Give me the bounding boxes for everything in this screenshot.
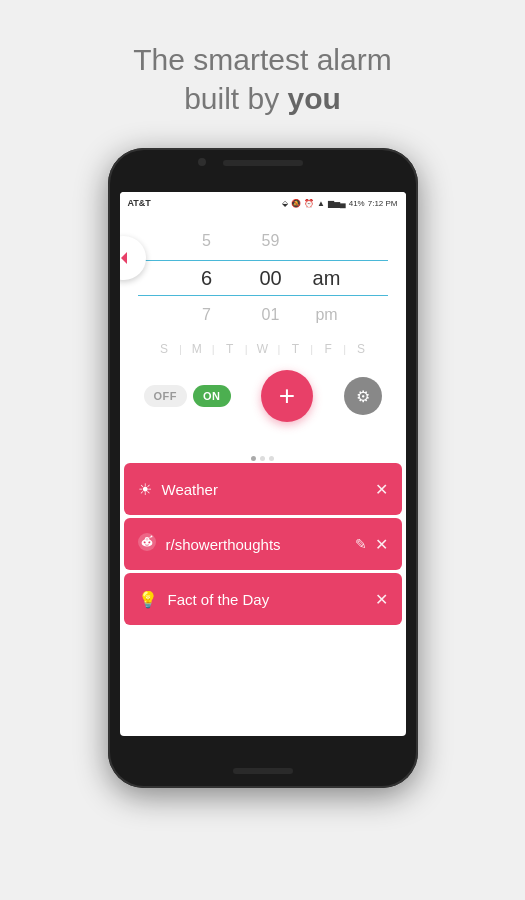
period-next: pm (303, 298, 351, 332)
time-selected-container: 6 00 am (120, 260, 406, 296)
period-selected[interactable]: am (303, 261, 351, 295)
battery-label: 41% (349, 199, 365, 208)
hour-next: 7 (175, 298, 239, 332)
controls-row: OFF ON + ⚙ (120, 362, 406, 438)
status-bar: AT&T ⬙ 🔕 ⏰ ▲ ▆▅▄ 41% 7:12 PM (120, 192, 406, 214)
phone-screen: AT&T ⬙ 🔕 ⏰ ▲ ▆▅▄ 41% 7:12 PM (120, 192, 406, 736)
day-fri[interactable]: F (313, 342, 343, 356)
min-next-val: 01 (262, 298, 280, 332)
toggle-group[interactable]: OFF ON (144, 385, 231, 407)
scroll-indicator (120, 452, 406, 463)
hour-val: 6 (201, 261, 212, 295)
min-next: 01 (239, 298, 303, 332)
day-wed[interactable]: W (248, 342, 278, 356)
bluetooth-icon: ⬙ (282, 199, 288, 208)
reddit-actions: ✎ ✕ (355, 535, 388, 554)
alarm-cards-list: ☀ Weather ✕ (120, 463, 406, 628)
dot-3 (269, 456, 274, 461)
fact-close-button[interactable]: ✕ (375, 590, 388, 609)
fact-icon: 💡 (138, 590, 158, 609)
min-prev-val: 59 (262, 224, 280, 258)
hour-prev-val: 5 (202, 224, 211, 258)
sound-icon: 🔕 (291, 199, 301, 208)
time-label: 7:12 PM (368, 199, 398, 208)
reddit-label: r/showerthoughts (166, 536, 345, 553)
period-val: am (313, 261, 341, 295)
fact-label: Fact of the Day (168, 591, 365, 608)
weather-actions: ✕ (375, 480, 388, 499)
dot-2 (260, 456, 265, 461)
toggle-on-button[interactable]: ON (193, 385, 231, 407)
day-sun[interactable]: S (149, 342, 179, 356)
hour-prev: 5 (175, 224, 239, 258)
add-icon: + (279, 380, 295, 412)
hour-next-val: 7 (202, 298, 211, 332)
reddit-card[interactable]: r/showerthoughts ✎ ✕ (124, 518, 402, 570)
day-mon[interactable]: M (182, 342, 212, 356)
period-next-val: pm (315, 298, 337, 332)
headline-line2: built by (184, 82, 287, 115)
phone-device: AT&T ⬙ 🔕 ⏰ ▲ ▆▅▄ 41% 7:12 PM (108, 148, 418, 788)
day-tue[interactable]: T (215, 342, 245, 356)
reddit-close-button[interactable]: ✕ (375, 535, 388, 554)
signal-icon: ▆▅▄ (328, 199, 346, 208)
settings-button[interactable]: ⚙ (344, 377, 382, 415)
toggle-off-label: OFF (154, 390, 178, 402)
svg-marker-0 (121, 252, 127, 264)
time-line-bottom (138, 295, 388, 296)
toggle-off-button[interactable]: OFF (144, 385, 188, 407)
weather-close-button[interactable]: ✕ (375, 480, 388, 499)
toggle-on-label: ON (203, 390, 221, 402)
min-val: 00 (259, 261, 281, 295)
reddit-edit-button[interactable]: ✎ (355, 536, 367, 552)
phone-home-bar (233, 768, 293, 774)
weather-icon: ☀ (138, 480, 152, 499)
phone-camera (198, 158, 206, 166)
weather-card[interactable]: ☀ Weather ✕ (124, 463, 402, 515)
status-icons: ⬙ 🔕 ⏰ ▲ ▆▅▄ 41% 7:12 PM (282, 199, 397, 208)
phone-speaker (223, 160, 303, 166)
time-prev-row: 5 59 (120, 224, 406, 258)
headline-bold: you (288, 82, 341, 115)
period-prev-val (324, 224, 328, 258)
gear-icon: ⚙ (356, 387, 370, 406)
svg-point-9 (143, 541, 144, 542)
time-selected-row[interactable]: 6 00 am (120, 261, 406, 295)
days-row[interactable]: S | M | T | W | T | F | S (120, 332, 406, 362)
min-selected[interactable]: 00 (239, 261, 303, 295)
min-prev: 59 (239, 224, 303, 258)
add-alarm-button[interactable]: + (261, 370, 313, 422)
day-thu[interactable]: T (280, 342, 310, 356)
day-sat[interactable]: S (346, 342, 376, 356)
time-picker[interactable]: 5 59 6 00 (120, 214, 406, 452)
headline: The smartest alarm built by you (133, 40, 391, 118)
svg-point-10 (149, 541, 150, 542)
alarm-icon: ⏰ (304, 199, 314, 208)
headline-line1: The smartest alarm (133, 43, 391, 76)
time-next-row: 7 01 pm (120, 298, 406, 332)
carrier-label: AT&T (128, 198, 151, 208)
wifi-icon: ▲ (317, 199, 325, 208)
reddit-icon (138, 533, 156, 556)
weather-label: Weather (162, 481, 365, 498)
hour-selected[interactable]: 6 (175, 261, 239, 295)
period-prev (303, 224, 351, 258)
svg-point-8 (150, 535, 152, 537)
fact-card[interactable]: 💡 Fact of the Day ✕ (124, 573, 402, 625)
fact-actions: ✕ (375, 590, 388, 609)
dot-1 (251, 456, 256, 461)
svg-point-6 (145, 537, 148, 540)
